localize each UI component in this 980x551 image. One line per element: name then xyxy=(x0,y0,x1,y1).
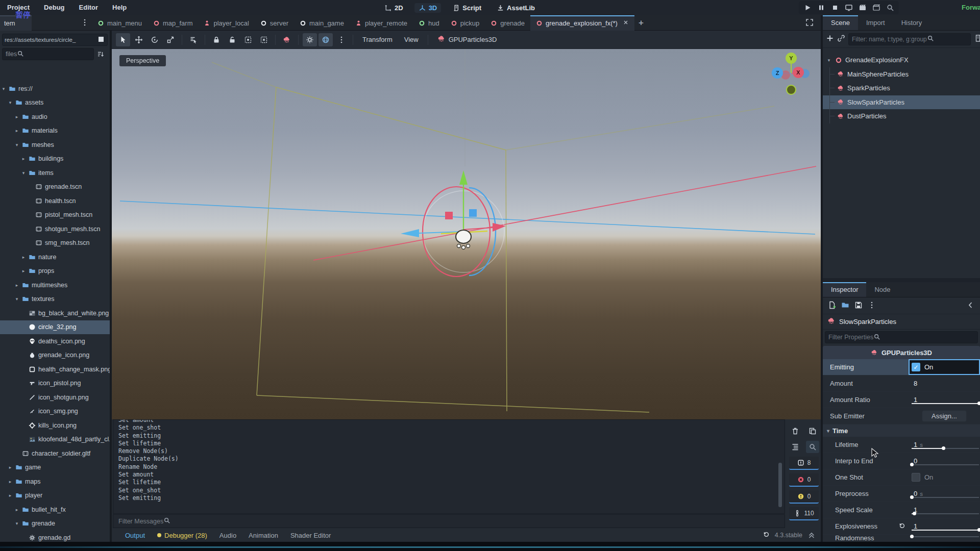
tab-inspector[interactable]: Inspector xyxy=(823,282,866,297)
tab-node[interactable]: Node xyxy=(866,282,898,297)
slider-knob[interactable] xyxy=(910,463,914,466)
expander-icon[interactable]: ▸ xyxy=(14,507,19,512)
clear-log-icon[interactable] xyxy=(789,425,802,437)
file-row[interactable]: ▸audio xyxy=(0,110,110,124)
tab-import[interactable]: Import xyxy=(858,15,893,30)
sun-env-menu-icon[interactable] xyxy=(334,33,349,46)
sun-preview-icon[interactable] xyxy=(303,33,317,46)
property-value[interactable]: 1 xyxy=(909,502,980,518)
close-icon[interactable] xyxy=(623,19,629,27)
filter-properties-input[interactable]: Filter Properties xyxy=(825,331,978,343)
file-row[interactable]: ▸maps xyxy=(0,474,110,489)
perspective-menu[interactable]: Perspective xyxy=(119,55,166,66)
badge-error-badge[interactable]: 0 xyxy=(789,473,819,487)
checkbox[interactable]: ✓ xyxy=(912,363,920,371)
view-menu[interactable]: View xyxy=(399,33,424,46)
bottom-tab-output[interactable]: Output xyxy=(125,532,145,539)
badge-message-badge[interactable]: 8 xyxy=(789,457,819,470)
filter-messages-input[interactable]: Filter Messages xyxy=(113,514,785,528)
renderer-label[interactable]: Forward+ xyxy=(962,4,980,11)
environment-preview-icon[interactable] xyxy=(318,33,333,46)
movie-maker-icon[interactable] xyxy=(858,3,867,12)
property-value[interactable]: 8 xyxy=(909,375,980,391)
gpuparticles3d-menu[interactable]: GPUParticles3D xyxy=(432,33,502,46)
bottom-tab-animation[interactable]: Animation xyxy=(249,532,278,539)
collapse-tree-icon[interactable] xyxy=(789,441,802,453)
expander-icon[interactable]: ▾ xyxy=(14,142,19,147)
expander-icon[interactable]: ▸ xyxy=(8,479,13,484)
file-row[interactable]: smg_mesh.tscn xyxy=(0,236,110,251)
move-tool-button[interactable] xyxy=(132,33,146,46)
remote-debug-icon[interactable] xyxy=(844,3,853,12)
file-row[interactable]: circle_32.png xyxy=(0,320,110,335)
add-scene-tab-button[interactable]: + xyxy=(634,15,648,31)
expander-icon[interactable]: ▾ xyxy=(14,521,19,526)
badge-warning-badge[interactable]: 0 xyxy=(789,490,819,504)
file-row[interactable]: ▸nature xyxy=(0,250,110,264)
property-value[interactable]: 0 xyxy=(909,453,980,469)
scene-tab-grenade[interactable]: grenade xyxy=(485,15,530,31)
revert-icon[interactable] xyxy=(899,522,905,531)
transform-menu[interactable]: Transform xyxy=(357,33,398,46)
slider[interactable] xyxy=(912,463,979,467)
bottom-tab-shader-editor[interactable]: Shader Editor xyxy=(290,532,331,539)
slider-knob[interactable] xyxy=(913,512,916,515)
scene-node-row[interactable]: MainSphereParticles xyxy=(823,67,980,82)
load-resource-icon[interactable] xyxy=(841,301,849,311)
menu-debug[interactable]: Debug xyxy=(37,0,71,15)
expander-icon[interactable]: ▸ xyxy=(21,156,26,161)
scene-tab-grenade-explosion-fx[interactable]: grenade_explosion_fx(*) xyxy=(530,15,634,31)
expander-icon[interactable]: ▾ xyxy=(8,100,13,105)
scene-node-row[interactable]: SlowSparkParticles xyxy=(823,95,980,110)
expander-icon[interactable]: ▸ xyxy=(14,128,19,133)
file-row[interactable]: deaths_icon.png xyxy=(0,334,110,348)
file-row[interactable]: ▸player xyxy=(0,489,110,503)
slider[interactable] xyxy=(912,495,979,499)
file-row[interactable]: ▾textures xyxy=(0,292,110,307)
scene-tab-player-local[interactable]: player_local xyxy=(198,15,254,31)
tab-history[interactable]: History xyxy=(893,15,930,30)
file-row[interactable]: bg_black_and_white.png xyxy=(0,306,110,320)
sort-files-icon[interactable] xyxy=(96,50,105,60)
tab-scene[interactable]: Scene xyxy=(823,15,858,30)
scene-tab-hud[interactable]: hud xyxy=(413,15,445,31)
property-value[interactable]: Assign... xyxy=(909,408,980,424)
file-row[interactable]: character_soldier.gltf xyxy=(0,446,110,461)
bottom-tab-audio[interactable]: Audio xyxy=(219,532,236,539)
scene-node-row[interactable]: ▾GrenadeExplosionFX xyxy=(823,53,980,67)
pause-button[interactable] xyxy=(817,3,826,12)
file-row[interactable]: icon_smg.png xyxy=(0,405,110,419)
mode-button-2d[interactable]: 2D xyxy=(380,3,407,13)
scale-tool-button[interactable] xyxy=(163,33,178,46)
expander-icon[interactable]: ▸ xyxy=(8,465,13,470)
filesystem-filter-input[interactable]: files xyxy=(2,48,94,60)
file-row[interactable]: kills_icon.png xyxy=(0,418,110,433)
slider-knob[interactable] xyxy=(977,528,980,532)
stop-button[interactable] xyxy=(830,3,840,12)
copy-log-icon[interactable] xyxy=(806,425,819,437)
file-row[interactable]: icon_pistol.png xyxy=(0,377,110,391)
property-value[interactable]: 0s xyxy=(909,486,980,502)
expand-bottom-panel-icon[interactable] xyxy=(807,531,816,540)
ungroup-icon[interactable] xyxy=(257,33,271,46)
property-value[interactable] xyxy=(909,535,980,541)
slider-knob[interactable] xyxy=(942,446,945,450)
dock-splitter[interactable] xyxy=(823,278,980,282)
expander-icon[interactable]: ▸ xyxy=(21,255,26,260)
expander-icon[interactable]: ▾ xyxy=(1,86,6,91)
file-row[interactable]: health.tscn xyxy=(0,194,110,208)
file-row[interactable]: ▸props xyxy=(0,264,110,279)
file-row[interactable]: ▾meshes xyxy=(0,138,110,152)
instance-scene-icon[interactable] xyxy=(837,34,845,44)
mode-button-assetlib[interactable]: AssetLib xyxy=(493,3,539,13)
property-value[interactable]: 1 xyxy=(909,518,980,534)
new-resource-icon[interactable] xyxy=(828,301,836,311)
menu-help[interactable]: Help xyxy=(105,0,134,15)
scene-tab-main-menu[interactable]: main_menu xyxy=(92,15,148,31)
menu-editor[interactable]: Editor xyxy=(72,0,106,15)
update-check-icon[interactable] xyxy=(763,531,770,539)
expander-icon[interactable]: ▸ xyxy=(14,114,19,119)
expander-icon[interactable]: ▾ xyxy=(14,296,19,302)
filesystem-path[interactable]: res://assets/textures/circle_ xyxy=(2,34,108,46)
history-back-icon[interactable] xyxy=(967,301,975,311)
